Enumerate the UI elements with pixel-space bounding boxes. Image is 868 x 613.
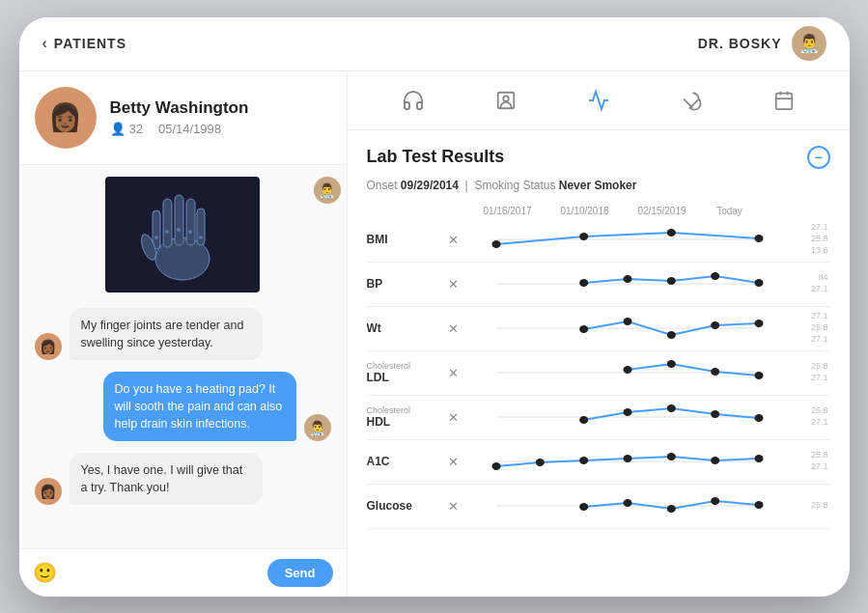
svg-point-22 — [666, 229, 675, 237]
patient-bubble-2: Yes, I have one. I will give that a try.… — [70, 453, 263, 505]
bp-x-button[interactable]: ✕ — [444, 277, 463, 292]
svg-point-29 — [754, 279, 763, 287]
glucose-chart — [463, 484, 792, 528]
svg-point-31 — [579, 325, 588, 333]
svg-rect-4 — [186, 199, 195, 245]
svg-point-20 — [491, 240, 500, 248]
back-button[interactable]: ‹ PATIENTS — [42, 35, 126, 52]
col-label-1: 01/16/2017 — [469, 206, 546, 216]
svg-point-52 — [666, 453, 675, 460]
hdl-x-button[interactable]: ✕ — [444, 410, 463, 425]
left-panel: 👩🏾 Betty Washington 👤 32 05/14/1998 — [19, 71, 348, 597]
patient-name: Betty Washington — [110, 98, 331, 118]
chart-container: 01/16/2017 01/10/2018 02/15/2019 Today B… — [367, 206, 830, 529]
chart-row-hdl: Cholesterol HDL ✕ — [367, 396, 830, 440]
patient-dob: 05/14/1998 — [158, 122, 221, 136]
hdl-chart — [463, 395, 792, 439]
chart-row-bp: BP ✕ — [367, 263, 830, 307]
patient-chat-avatar-2: 👩🏾 — [35, 478, 62, 505]
svg-point-58 — [666, 505, 675, 513]
svg-point-56 — [579, 503, 588, 511]
svg-rect-15 — [775, 93, 792, 109]
patient-bubble-1: My finger joints are tender and swelling… — [70, 308, 263, 360]
a1c-side-values: 25.8 27.1 — [792, 450, 830, 472]
ldl-x-button[interactable]: ✕ — [444, 366, 463, 380]
wt-side-values: 27.1 25.8 27.1 — [792, 311, 830, 345]
svg-point-57 — [623, 499, 631, 507]
chart-row-bmi: BMI ✕ — [367, 218, 830, 263]
svg-point-45 — [711, 410, 719, 418]
svg-point-7 — [154, 236, 158, 239]
lab-title: Lab Test Results — [367, 147, 505, 167]
svg-point-27 — [666, 277, 675, 285]
tab-bar — [348, 71, 850, 130]
svg-point-28 — [711, 272, 719, 280]
patients-label: PATIENTS — [54, 36, 126, 51]
glucose-side-values: 25.8 — [792, 500, 830, 512]
col-label-4: Today — [701, 206, 759, 216]
svg-point-33 — [666, 331, 675, 339]
lab-meta: Onset 09/29/2014 | Smoking Status Never … — [367, 179, 830, 192]
bmi-side-values: 27.1 25.8 13.6 — [792, 222, 830, 256]
svg-point-59 — [711, 497, 719, 505]
svg-point-32 — [623, 318, 631, 325]
xray-image-container: 👨‍⚕️ — [35, 177, 331, 293]
svg-point-50 — [579, 457, 588, 464]
message-row: Do you have a heating pad? It will sooth… — [35, 372, 331, 441]
svg-point-25 — [579, 279, 588, 287]
bmi-x-button[interactable]: ✕ — [444, 233, 463, 247]
bmi-chart — [463, 217, 792, 262]
patient-header: 👩🏾 Betty Washington 👤 32 05/14/1998 — [19, 71, 347, 165]
svg-point-10 — [188, 230, 192, 234]
tab-profile[interactable] — [487, 81, 525, 120]
svg-point-46 — [754, 414, 763, 422]
svg-rect-5 — [197, 209, 205, 245]
a1c-x-button[interactable]: ✕ — [444, 455, 463, 469]
ldl-chart — [463, 350, 792, 395]
chevron-left-icon: ‹ — [42, 35, 48, 52]
message-row: 👩🏾 My finger joints are tender and swell… — [35, 308, 331, 360]
patient-info: Betty Washington 👤 32 05/14/1998 — [110, 98, 331, 136]
row-label-hdl: Cholesterol HDL — [367, 405, 444, 429]
a1c-chart — [463, 439, 792, 484]
bp-chart — [463, 262, 792, 306]
patient-age: 👤 32 — [110, 122, 143, 136]
chart-row-wt: Wt ✕ — [367, 307, 830, 351]
svg-point-8 — [165, 230, 169, 234]
chat-area: 👨‍⚕️ 👩🏾 My finger joints are tender and … — [19, 165, 347, 548]
svg-point-21 — [579, 233, 588, 240]
glucose-x-button[interactable]: ✕ — [444, 499, 463, 514]
chat-input-row: 🙂 Send — [19, 548, 347, 597]
svg-point-54 — [754, 455, 763, 462]
tab-audio[interactable] — [394, 81, 433, 120]
emoji-button[interactable]: 🙂 — [33, 561, 57, 584]
col-label-3: 02/15/2019 — [624, 206, 701, 216]
row-label-glucose: Glucose — [367, 499, 444, 513]
tab-vitals[interactable] — [579, 81, 618, 120]
doctor-avatar: 👨‍⚕️ — [792, 26, 826, 61]
doctor-bubble-1: Do you have a heating pad? It will sooth… — [103, 372, 296, 441]
svg-point-37 — [623, 366, 631, 374]
hdl-side-values: 25.8 27.1 — [792, 405, 830, 428]
row-label-wt: Wt — [367, 321, 444, 335]
send-button[interactable]: Send — [267, 559, 333, 587]
svg-point-23 — [754, 235, 763, 242]
svg-point-9 — [177, 228, 181, 232]
svg-point-11 — [199, 236, 203, 239]
collapse-button[interactable]: − — [807, 146, 830, 169]
wt-x-button[interactable]: ✕ — [444, 321, 463, 336]
xray-image — [105, 177, 260, 293]
patient-chat-avatar: 👩🏾 — [35, 333, 62, 360]
wt-chart — [463, 306, 792, 350]
svg-point-39 — [711, 368, 719, 376]
message-input[interactable] — [67, 566, 258, 580]
svg-point-44 — [666, 404, 675, 412]
row-label-bp: BP — [367, 277, 444, 291]
row-label-ldl: Cholesterol LDL — [367, 361, 444, 384]
bp-side-values: 84 27.1 — [792, 272, 830, 294]
lab-content: Lab Test Results − Onset 09/29/2014 | Sm… — [348, 130, 850, 597]
tab-calendar[interactable] — [765, 81, 803, 120]
svg-point-13 — [503, 96, 509, 101]
svg-rect-2 — [163, 199, 172, 247]
tab-meds[interactable] — [672, 81, 711, 120]
